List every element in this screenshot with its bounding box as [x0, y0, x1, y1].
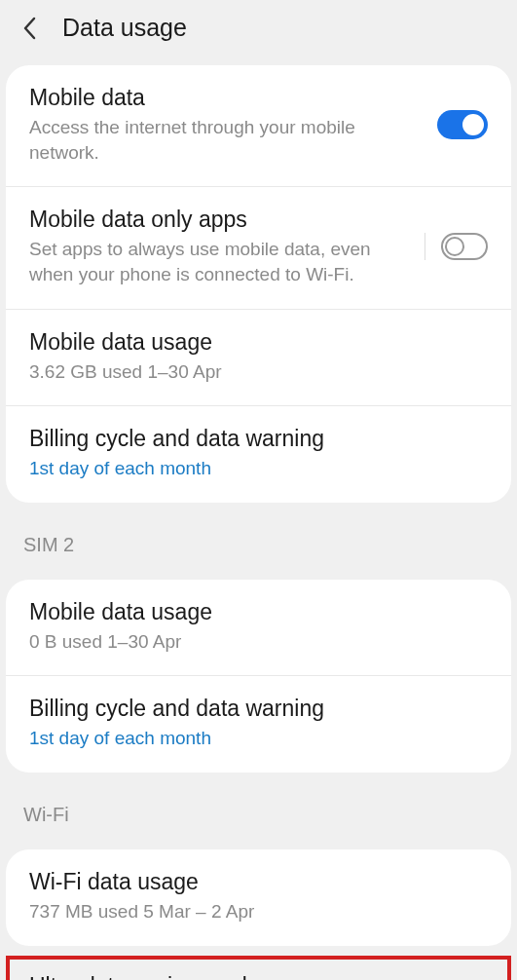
- sim2-mobile-data-usage-title: Mobile data usage: [29, 599, 472, 625]
- item-mobile-data-usage[interactable]: Mobile data usage 3.62 GB used 1–30 Apr: [6, 309, 511, 406]
- item-mobile-data-only-apps[interactable]: Mobile data only apps Set apps to always…: [6, 186, 511, 308]
- item-billing-cycle[interactable]: Billing cycle and data warning 1st day o…: [6, 405, 511, 503]
- card-sim1: Mobile data Access the internet through …: [6, 65, 511, 503]
- mobile-data-toggle[interactable]: [437, 110, 488, 139]
- wifi-data-usage-title: Wi-Fi data usage: [29, 869, 472, 895]
- billing-cycle-sub: 1st day of each month: [29, 456, 472, 481]
- item-sim2-mobile-data-usage[interactable]: Mobile data usage 0 B used 1–30 Apr: [6, 580, 511, 676]
- back-icon[interactable]: [19, 19, 39, 38]
- card-wifi: Wi-Fi data usage 737 MB used 5 Mar – 2 A…: [6, 849, 511, 946]
- sim2-mobile-data-usage-sub: 0 B used 1–30 Apr: [29, 629, 472, 655]
- mobile-data-only-apps-title: Mobile data only apps: [29, 207, 409, 233]
- section-header-sim2: SIM 2: [0, 512, 517, 570]
- mobile-data-only-apps-toggle[interactable]: [441, 233, 488, 260]
- toggle-separator: [425, 233, 425, 260]
- sim2-billing-cycle-sub: 1st day of each month: [29, 726, 472, 751]
- mobile-data-usage-title: Mobile data usage: [29, 329, 472, 356]
- item-mobile-data[interactable]: Mobile data Access the internet through …: [6, 65, 511, 186]
- mobile-data-sub: Access the internet through your mobile …: [29, 115, 422, 165]
- mobile-data-only-apps-sub: Set apps to always use mobile data, even…: [29, 237, 409, 286]
- item-sim2-billing-cycle[interactable]: Billing cycle and data warning 1st day o…: [6, 675, 511, 773]
- card-sim2: Mobile data usage 0 B used 1–30 Apr Bill…: [6, 580, 511, 773]
- page-title: Data usage: [62, 14, 187, 42]
- highlighted-ultra-data-saving: Ultra data saving mode Off: [6, 956, 511, 980]
- section-header-wifi: Wi-Fi: [0, 782, 517, 840]
- mobile-data-usage-sub: 3.62 GB used 1–30 Apr: [29, 359, 472, 385]
- billing-cycle-title: Billing cycle and data warning: [29, 426, 472, 452]
- item-wifi-data-usage[interactable]: Wi-Fi data usage 737 MB used 5 Mar – 2 A…: [6, 849, 511, 946]
- sim2-billing-cycle-title: Billing cycle and data warning: [29, 696, 472, 722]
- item-ultra-data-saving[interactable]: Ultra data saving mode Off: [10, 960, 507, 980]
- header: Data usage: [0, 0, 517, 56]
- ultra-data-saving-title: Ultra data saving mode: [29, 973, 472, 980]
- mobile-data-title: Mobile data: [29, 85, 422, 111]
- wifi-data-usage-sub: 737 MB used 5 Mar – 2 Apr: [29, 899, 472, 924]
